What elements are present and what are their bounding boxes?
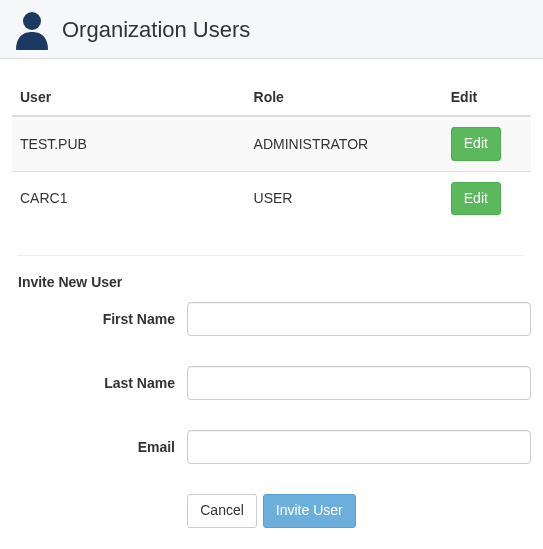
cell-role: ADMINISTRATOR [246,116,443,171]
cell-user: CARC1 [12,171,246,225]
invite-section-title: Invite New User [18,274,531,290]
column-header-role: Role [246,79,443,116]
divider [18,255,525,256]
column-header-user: User [12,79,246,116]
first-name-label: First Name [12,311,187,327]
form-row-last-name: Last Name [12,366,531,400]
cell-user: TEST.PUB [12,116,246,171]
svg-point-0 [23,12,41,30]
content: User Role Edit TEST.PUB ADMINISTRATOR Ed… [0,59,543,548]
first-name-field[interactable] [187,302,531,336]
page-header: Organization Users [0,0,543,59]
edit-button[interactable]: Edit [451,182,501,216]
edit-button[interactable]: Edit [451,127,501,161]
page-title: Organization Users [62,17,250,43]
last-name-label: Last Name [12,375,187,391]
invite-user-button[interactable]: Invite User [263,494,356,528]
table-row: TEST.PUB ADMINISTRATOR Edit [12,116,531,171]
users-table: User Role Edit TEST.PUB ADMINISTRATOR Ed… [12,79,531,225]
cancel-button[interactable]: Cancel [187,494,257,528]
cell-role: USER [246,171,443,225]
email-label: Email [12,439,187,455]
email-field[interactable] [187,430,531,464]
column-header-edit: Edit [443,79,531,116]
table-row: CARC1 USER Edit [12,171,531,225]
form-row-email: Email [12,430,531,464]
button-row: Cancel Invite User [12,494,531,528]
last-name-field[interactable] [187,366,531,400]
form-row-first-name: First Name [12,302,531,336]
user-icon [14,10,50,50]
